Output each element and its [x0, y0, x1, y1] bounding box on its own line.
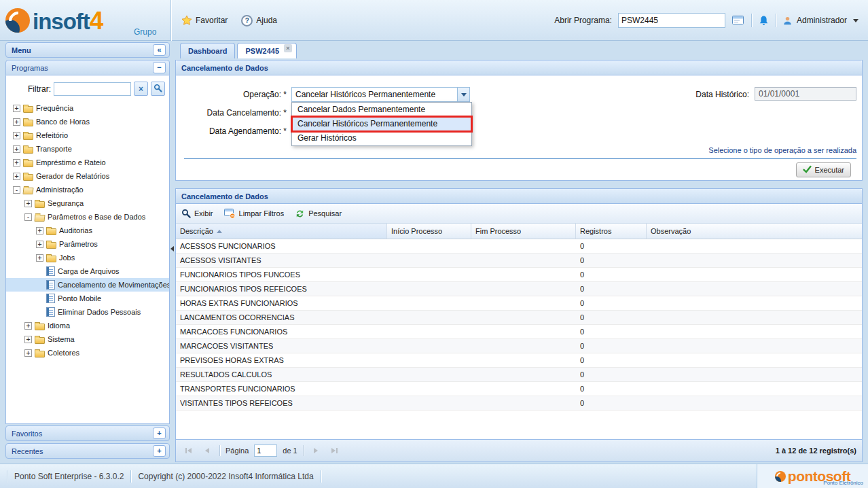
expand-icon[interactable]: + [36, 254, 43, 262]
operation-combobox[interactable] [291, 87, 470, 102]
tree-item[interactable]: +Jobs [6, 251, 169, 264]
table-row[interactable]: RESULTADOS CALCULOS0 [176, 368, 862, 382]
filter-input[interactable] [54, 82, 131, 96]
cell-observacao [647, 368, 862, 381]
table-row[interactable]: VISITANTES TIPOS REFEICOES0 [176, 396, 862, 411]
table-row[interactable]: FUNCIONARIOS TIPOS FUNCOES0 [176, 268, 862, 282]
open-program-label: Abrir Programa: [554, 16, 612, 25]
filter-clear-button[interactable]: × [134, 82, 148, 96]
tree-item[interactable]: +Transporte [6, 142, 169, 156]
expand-icon[interactable]: + [24, 200, 32, 207]
expand-icon[interactable]: + [13, 132, 20, 139]
tree-item[interactable]: -Administração [6, 183, 169, 196]
expand-icon[interactable]: + [24, 349, 32, 357]
combobox-trigger-icon[interactable] [457, 88, 469, 101]
table-row[interactable]: TRANSPORTES FUNCIONARIOS0 [176, 382, 862, 396]
expand-icon[interactable]: + [13, 105, 20, 112]
tree-item[interactable]: Eliminar Dados Pessoais [6, 305, 169, 319]
tree-item[interactable]: Carga de Arquivos [6, 264, 169, 278]
first-page-button[interactable] [181, 445, 195, 457]
column-header-fim-processo[interactable]: Fim Processo [471, 224, 576, 239]
tree-item[interactable]: +Segurança [6, 196, 169, 210]
clear-filters-button[interactable]: Limpar Filtros [224, 209, 285, 219]
tree-item[interactable]: +Coletores [6, 346, 169, 360]
tree-item[interactable]: Cancelamento de Movimentações [6, 278, 169, 292]
table-row[interactable]: MARCACOES VISITANTES0 [176, 339, 862, 353]
expand-recents-button[interactable]: + [153, 445, 166, 457]
table-row[interactable]: ACESSOS FUNCIONARIOS0 [176, 239, 862, 254]
last-page-button[interactable] [328, 445, 342, 457]
notifications-bell-icon[interactable] [758, 15, 770, 27]
tab-dashboard[interactable]: Dashboard [180, 43, 235, 58]
column-header-inicio-processo[interactable]: Início Processo [387, 224, 471, 239]
column-label: Observação [651, 227, 691, 235]
tree-item[interactable]: +Sistema [6, 332, 169, 346]
table-row[interactable]: FUNCIONARIOS TIPOS REFEICOES0 [176, 282, 862, 296]
column-header-registros[interactable]: Registros [576, 224, 647, 239]
program-picker-button[interactable] [731, 15, 745, 26]
expand-icon[interactable]: + [13, 159, 20, 167]
cell-descricao: PREVISOES HORAS EXTRAS [176, 353, 387, 367]
table-row[interactable]: LANCAMENTOS OCORRENCIAS0 [176, 311, 862, 325]
collapse-programs-button[interactable]: − [153, 62, 166, 73]
splitter-collapse-icon[interactable] [170, 246, 174, 251]
favorites-panel-header[interactable]: Favoritos + [5, 425, 170, 441]
search-button[interactable]: Pesquisar [295, 209, 342, 219]
tree-item[interactable]: +Idioma [6, 319, 169, 332]
recents-panel-header[interactable]: Recentes + [5, 443, 170, 459]
expand-icon[interactable]: + [36, 227, 43, 234]
table-row[interactable]: HORAS EXTRAS FUNCIONARIOS0 [176, 296, 862, 311]
show-button[interactable]: Exibir [181, 209, 213, 218]
expand-icon[interactable]: + [36, 241, 43, 248]
document-icon [46, 280, 55, 290]
dropdown-option[interactable]: Gerar Históricos [292, 131, 471, 145]
next-page-button[interactable] [309, 445, 323, 457]
column-header-observacao[interactable]: Observação [647, 224, 862, 239]
table-row[interactable]: ACESSOS VISITANTES0 [176, 254, 862, 268]
folder-icon [23, 133, 33, 140]
tree-item-label: Administração [36, 186, 84, 194]
expand-favorites-button[interactable]: + [153, 428, 166, 439]
open-program-input[interactable] [618, 13, 725, 28]
operation-combobox-input[interactable] [292, 88, 457, 101]
tree-item[interactable]: +Banco de Horas [6, 115, 169, 128]
column-header-descricao[interactable]: Descrição [176, 224, 387, 239]
expand-icon[interactable]: + [24, 322, 32, 330]
tab-psw2445[interactable]: PSW2445× [237, 43, 297, 58]
tree-item[interactable]: +Auditorias [6, 224, 169, 237]
check-icon [803, 165, 812, 175]
cell-registros: 0 [576, 382, 647, 396]
help-button[interactable]: Ajuda [241, 15, 277, 27]
execute-button[interactable]: Executar [796, 162, 851, 177]
expand-icon[interactable]: + [13, 118, 20, 126]
table-row[interactable]: MARCACOES FUNCIONARIOS0 [176, 325, 862, 339]
cell-descricao: FUNCIONARIOS TIPOS FUNCOES [176, 268, 387, 281]
tree-item[interactable]: +Empréstimo e Rateio [6, 156, 169, 169]
filter-search-button[interactable] [151, 82, 165, 96]
expand-icon[interactable]: + [24, 336, 32, 343]
page-number-input[interactable] [254, 445, 277, 457]
expand-icon[interactable]: + [13, 145, 20, 153]
table-row[interactable]: PREVISOES HORAS EXTRAS0 [176, 353, 862, 368]
collapse-icon[interactable]: - [13, 186, 20, 194]
cell-inicio-processo [387, 254, 471, 267]
cell-descricao: FUNCIONARIOS TIPOS REFEICOES [176, 282, 387, 296]
cell-descricao: MARCACOES FUNCIONARIOS [176, 325, 387, 338]
collapse-icon[interactable]: - [24, 213, 32, 221]
tree-item[interactable]: +Gerador de Relatórios [6, 169, 169, 183]
tree-item[interactable]: +Refeitório [6, 128, 169, 142]
user-menu[interactable]: Administrador [782, 16, 858, 26]
dropdown-option[interactable]: Cancelar Históricos Permanentemente [292, 117, 471, 131]
expand-icon[interactable]: + [13, 173, 20, 180]
favorite-button[interactable]: Favoritar [181, 15, 228, 26]
collapse-sidebar-button[interactable]: « [153, 44, 166, 56]
grid-header: Descrição Início Processo Fim Processo R… [176, 224, 862, 239]
dropdown-option[interactable]: Cancelar Dados Permanentemente [292, 103, 471, 117]
tree-item[interactable]: +Frequência [6, 101, 169, 115]
tab-bar: DashboardPSW2445× [175, 42, 863, 58]
previous-page-button[interactable] [200, 445, 214, 457]
tree-item[interactable]: Ponto Mobile [6, 292, 169, 305]
tree-item[interactable]: +Parâmetros [6, 237, 169, 251]
tab-close-icon[interactable]: × [284, 44, 292, 52]
tree-item[interactable]: -Parâmetros e Base de Dados [6, 210, 169, 224]
